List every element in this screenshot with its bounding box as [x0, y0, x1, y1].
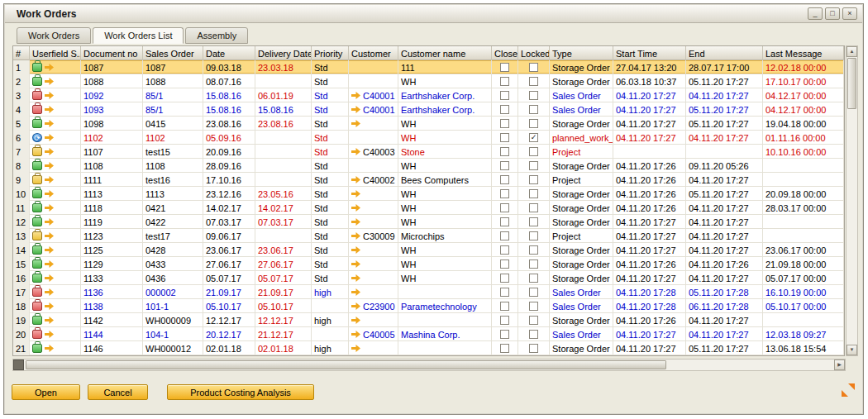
- link-arrow-icon[interactable]: [351, 345, 360, 352]
- locked-checkbox[interactable]: [529, 217, 538, 226]
- open-button[interactable]: Open: [12, 384, 80, 400]
- column-header-type[interactable]: Type: [550, 46, 613, 60]
- locked-checkbox[interactable]: [529, 245, 538, 255]
- table-row[interactable]: 161133043605.07.1705.07.17StdWHStorage O…: [13, 271, 844, 285]
- link-arrow-icon[interactable]: [351, 246, 360, 254]
- closed-checkbox[interactable]: [500, 175, 509, 184]
- column-header-closed[interactable]: Closed: [492, 46, 518, 60]
- column-header-date[interactable]: Date: [203, 46, 255, 60]
- table-row[interactable]: 51098041523.08.1623.08.16StdWHStorage Or…: [13, 117, 844, 131]
- closed-checkbox[interactable]: [500, 105, 509, 114]
- link-arrow-icon[interactable]: [45, 190, 54, 198]
- locked-checkbox[interactable]: [529, 344, 538, 353]
- column-header-customer-name[interactable]: Customer name: [398, 46, 492, 60]
- link-arrow-icon[interactable]: [351, 190, 360, 198]
- locked-checkbox[interactable]: [529, 302, 538, 311]
- table-row[interactable]: 6⟳1102110205.09.16StdWH✓planned_work_o04…: [13, 131, 844, 145]
- link-arrow-icon[interactable]: [351, 204, 360, 212]
- maximize-icon[interactable]: □: [825, 7, 840, 20]
- table-row[interactable]: 4109385/115.08.1615.08.16StdC40001Earths…: [13, 102, 844, 117]
- closed-checkbox[interactable]: [500, 77, 509, 86]
- table-row[interactable]: 101113111323.12.1623.05.16StdWHStorage O…: [13, 187, 844, 201]
- close-icon[interactable]: ×: [842, 7, 857, 20]
- column-header-last-message[interactable]: Last Message: [763, 46, 844, 60]
- scroll-right-icon[interactable]: ▶: [834, 359, 845, 370]
- link-arrow-icon[interactable]: [45, 331, 54, 338]
- title-bar[interactable]: Work Orders _ □ ×: [5, 5, 862, 23]
- table-row[interactable]: 211146WH00001202.01.1802.01.18highStorag…: [13, 341, 844, 355]
- closed-checkbox[interactable]: [500, 344, 509, 353]
- link-arrow-icon[interactable]: [45, 274, 54, 282]
- link-arrow-icon[interactable]: [351, 260, 360, 268]
- closed-checkbox[interactable]: [500, 316, 509, 325]
- locked-checkbox[interactable]: ✓: [529, 133, 538, 142]
- link-arrow-icon[interactable]: [351, 331, 360, 338]
- closed-checkbox[interactable]: [500, 133, 509, 142]
- closed-checkbox[interactable]: [500, 330, 509, 339]
- link-arrow-icon[interactable]: [45, 288, 54, 296]
- link-arrow-icon[interactable]: [45, 176, 54, 183]
- table-row[interactable]: 21088108808.07.16StdWHStorage Order06.03…: [13, 74, 844, 88]
- cancel-button[interactable]: Cancel: [88, 384, 148, 400]
- closed-checkbox[interactable]: [500, 189, 509, 198]
- link-arrow-icon[interactable]: [351, 148, 360, 155]
- link-arrow-icon[interactable]: [351, 106, 360, 113]
- closed-checkbox[interactable]: [500, 259, 509, 269]
- link-arrow-icon[interactable]: [45, 260, 54, 268]
- column-header-end[interactable]: End: [686, 46, 763, 60]
- column-header-sales-order[interactable]: Sales Order: [143, 46, 203, 60]
- locked-checkbox[interactable]: [529, 231, 538, 240]
- vertical-scrollbar[interactable]: ▲ ▼: [846, 45, 858, 356]
- closed-checkbox[interactable]: [500, 231, 509, 240]
- horizontal-scrollbar[interactable]: ▶: [12, 359, 846, 371]
- locked-checkbox[interactable]: [529, 105, 538, 114]
- link-arrow-icon[interactable]: [45, 134, 54, 141]
- scroll-up-icon[interactable]: ▲: [847, 46, 857, 57]
- table-row[interactable]: 81108110828.09.16StdWHStorage Order04.11…: [13, 159, 844, 173]
- link-arrow-icon[interactable]: [45, 64, 54, 71]
- closed-checkbox[interactable]: [500, 147, 509, 156]
- table-row[interactable]: 17113600000221.09.1721.09.17highSales Or…: [13, 285, 844, 299]
- link-arrow-icon[interactable]: [45, 232, 54, 240]
- link-arrow-icon[interactable]: [351, 218, 360, 226]
- resize-form-icon[interactable]: [842, 383, 855, 397]
- link-arrow-icon[interactable]: [45, 246, 54, 254]
- closed-checkbox[interactable]: [500, 302, 509, 311]
- link-arrow-icon[interactable]: [351, 120, 360, 127]
- closed-checkbox[interactable]: [500, 63, 509, 72]
- column-header-document-no[interactable]: Document no: [81, 46, 143, 60]
- link-arrow-icon[interactable]: [351, 317, 360, 324]
- tab-work-orders[interactable]: Work Orders: [17, 27, 91, 44]
- table-row[interactable]: 201144104-120.12.1721.12.17C40005Mashina…: [13, 327, 844, 341]
- link-arrow-icon[interactable]: [45, 78, 54, 85]
- link-arrow-icon[interactable]: [45, 345, 54, 352]
- table-row[interactable]: 151129043327.06.1727.06.17StdWHStorage O…: [13, 257, 844, 271]
- table-row[interactable]: 3109285/115.08.1606.01.19StdC40001Earths…: [13, 88, 844, 102]
- closed-checkbox[interactable]: [500, 217, 509, 226]
- link-arrow-icon[interactable]: [45, 120, 54, 127]
- link-arrow-icon[interactable]: [351, 302, 360, 310]
- closed-checkbox[interactable]: [500, 91, 509, 100]
- table-row[interactable]: 191142WH00000912.12.1712.12.17highStorag…: [13, 313, 844, 327]
- locked-checkbox[interactable]: [529, 189, 538, 198]
- locked-checkbox[interactable]: [529, 119, 538, 128]
- link-arrow-icon[interactable]: [351, 274, 360, 282]
- closed-checkbox[interactable]: [500, 245, 509, 255]
- tab-work-orders-list[interactable]: Work Orders List: [93, 27, 184, 44]
- link-arrow-icon[interactable]: [45, 162, 54, 169]
- table-row[interactable]: 141125042823.06.1723.06.17StdWHStorage O…: [13, 243, 844, 257]
- minimize-icon[interactable]: _: [808, 7, 823, 20]
- table-row[interactable]: 11087108709.03.1823.03.18Std111Storage O…: [13, 60, 844, 74]
- locked-checkbox[interactable]: [529, 316, 538, 325]
- locked-checkbox[interactable]: [529, 259, 538, 269]
- column-header-row-number[interactable]: #: [13, 46, 30, 60]
- closed-checkbox[interactable]: [500, 288, 509, 297]
- table-row[interactable]: 131123test1709.06.17StdC30009MicrochipsP…: [13, 229, 844, 243]
- link-arrow-icon[interactable]: [45, 302, 54, 310]
- locked-checkbox[interactable]: [529, 91, 538, 100]
- link-arrow-icon[interactable]: [351, 232, 360, 240]
- closed-checkbox[interactable]: [500, 119, 509, 128]
- closed-checkbox[interactable]: [500, 274, 509, 283]
- column-header-delivery-date[interactable]: Delivery Date: [255, 46, 312, 60]
- closed-checkbox[interactable]: [500, 203, 509, 212]
